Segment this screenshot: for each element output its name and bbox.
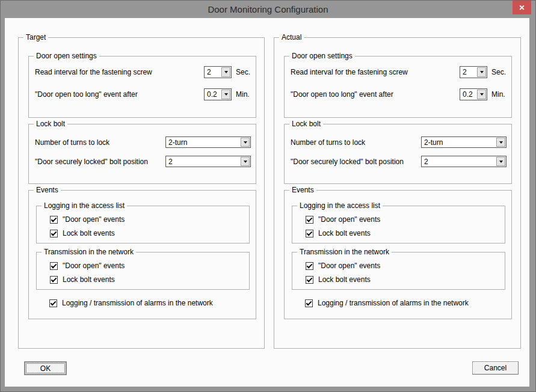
close-button[interactable]: ✕ <box>513 1 531 14</box>
actual-turns-to-lock-select[interactable]: 2-turn <box>421 136 507 148</box>
door-open-too-long-unit: Min. <box>491 90 505 99</box>
titlebar[interactable]: Door Monitoring Configuration <box>1 1 535 18</box>
door-open-too-long-value: 0.2 <box>460 90 476 99</box>
actual-logging-access-list-group: Logging in the access list "Door open" e… <box>292 206 505 243</box>
bolt-position-label: "Door securely locked" bolt position <box>35 158 148 166</box>
door-open-too-long-label: "Door open too long" event after <box>35 90 138 99</box>
chevron-down-glyph <box>224 93 228 96</box>
checkbox-label: Lock bolt events <box>63 229 115 237</box>
chevron-down-icon[interactable] <box>221 67 230 77</box>
actual-transmission-door-open-checkbox[interactable] <box>306 262 313 270</box>
dialog-body: Target Door open settings Read interval … <box>5 18 529 387</box>
door-open-too-long-value: 0.2 <box>205 90 221 99</box>
checkbox-row: Lock bolt events <box>50 229 115 237</box>
logging-access-list-label: Logging in the access list <box>297 201 383 210</box>
lock-bolt-label: Lock bolt <box>289 120 323 129</box>
dialog-window: Door Monitoring Configuration ✕ Target D… <box>0 0 536 392</box>
cancel-button-label: Cancel <box>484 364 507 372</box>
actual-read-interval-select[interactable]: 2 <box>460 66 487 78</box>
read-interval-unit: Sec. <box>236 68 250 76</box>
door-open-too-long-label: "Door open too long" event after <box>291 90 393 99</box>
target-transmission-lock-bolt-checkbox[interactable] <box>50 276 58 284</box>
target-group-label: Target <box>23 33 48 42</box>
turns-to-lock-value: 2-turn <box>166 138 240 147</box>
read-interval-value: 2 <box>460 68 476 76</box>
actual-logging-lock-bolt-checkbox[interactable] <box>306 230 313 237</box>
actual-bolt-position-select[interactable]: 2 <box>421 156 507 167</box>
checkbox-row: Lock bolt events <box>306 275 371 284</box>
chevron-down-icon[interactable] <box>477 90 486 99</box>
chevron-down-icon[interactable] <box>496 138 505 147</box>
actual-events-group: Events Logging in the access list "Door … <box>284 190 512 319</box>
target-transmission-door-open-checkbox[interactable] <box>50 262 58 270</box>
chevron-down-glyph <box>244 161 247 163</box>
chevron-down-glyph <box>244 141 247 144</box>
target-group: Target Door open settings Read interval … <box>18 37 265 349</box>
chevron-down-icon[interactable] <box>496 157 505 166</box>
target-bolt-position-select[interactable]: 2 <box>165 156 251 167</box>
door-open-settings-label: Door open settings <box>34 52 99 61</box>
chevron-down-icon[interactable] <box>241 157 250 166</box>
chevron-down-icon[interactable] <box>221 90 230 99</box>
chevron-down-icon[interactable] <box>477 67 486 77</box>
target-logging-access-list-group: Logging in the access list "Door open" e… <box>36 206 250 243</box>
events-label: Events <box>289 186 316 195</box>
ok-button[interactable]: OK <box>24 361 67 375</box>
events-label: Events <box>34 186 61 195</box>
checkbox-label: "Door open" events <box>318 262 380 270</box>
target-transmission-network-group: Transmission in the network "Door open" … <box>36 252 250 290</box>
actual-door-open-settings-group: Door open settings Read interval for the… <box>284 56 512 118</box>
door-open-settings-label: Door open settings <box>289 52 355 61</box>
target-events-group: Events Logging in the access list "Door … <box>28 190 256 319</box>
bolt-position-value: 2 <box>166 158 240 166</box>
read-interval-unit: Sec. <box>491 68 506 76</box>
turns-to-lock-label: Number of turns to lock <box>35 138 109 147</box>
chevron-down-glyph <box>480 71 484 73</box>
actual-transmission-lock-bolt-checkbox[interactable] <box>306 276 313 284</box>
actual-alarms-checkbox[interactable] <box>305 299 313 307</box>
actual-door-open-too-long-select[interactable]: 0.2 <box>460 88 487 100</box>
turns-to-lock-label: Number of turns to lock <box>291 138 365 147</box>
target-read-interval-select[interactable]: 2 <box>204 66 232 78</box>
transmission-network-label: Transmission in the network <box>42 248 136 257</box>
chevron-down-icon[interactable] <box>241 138 250 147</box>
target-turns-to-lock-select[interactable]: 2-turn <box>165 136 251 148</box>
bolt-position-value: 2 <box>422 158 496 166</box>
transmission-network-label: Transmission in the network <box>297 248 392 257</box>
logging-access-list-label: Logging in the access list <box>42 201 127 210</box>
target-door-open-too-long-select[interactable]: 0.2 <box>204 88 232 100</box>
checkbox-label: Logging / transmission of alarms in the … <box>318 299 469 307</box>
cancel-button[interactable]: Cancel <box>472 361 519 375</box>
actual-logging-door-open-checkbox[interactable] <box>306 216 313 224</box>
actual-lock-bolt-group: Lock bolt Number of turns to lock 2-turn… <box>284 124 512 184</box>
target-logging-door-open-checkbox[interactable] <box>50 216 58 224</box>
checkbox-row: Logging / transmission of alarms in the … <box>49 299 213 307</box>
checkbox-label: Lock bolt events <box>63 275 115 284</box>
actual-group: Actual Door open settings Read interval … <box>274 37 521 349</box>
checkbox-label: Lock bolt events <box>318 229 371 237</box>
actual-transmission-network-group: Transmission in the network "Door open" … <box>292 252 505 290</box>
checkbox-row: "Door open" events <box>306 262 380 270</box>
chevron-down-glyph <box>499 161 503 163</box>
target-logging-lock-bolt-checkbox[interactable] <box>50 230 58 237</box>
checkbox-row: "Door open" events <box>50 262 125 270</box>
checkbox-row: "Door open" events <box>306 215 380 224</box>
checkbox-label: Lock bolt events <box>318 275 371 284</box>
checkbox-row: Logging / transmission of alarms in the … <box>305 299 469 307</box>
bolt-position-label: "Door securely locked" bolt position <box>291 158 404 166</box>
checkbox-label: Logging / transmission of alarms in the … <box>62 299 213 307</box>
read-interval-label: Read interval for the fastening screw <box>291 68 408 76</box>
chevron-down-glyph <box>480 93 484 96</box>
close-icon: ✕ <box>519 4 525 12</box>
lock-bolt-label: Lock bolt <box>34 120 67 129</box>
read-interval-value: 2 <box>205 68 221 76</box>
checkbox-label: "Door open" events <box>63 215 125 224</box>
dialog-title: Door Monitoring Configuration <box>208 4 328 14</box>
checkbox-row: "Door open" events <box>50 215 125 224</box>
chevron-down-glyph <box>499 141 503 144</box>
target-door-open-settings-group: Door open settings Read interval for the… <box>28 56 256 118</box>
target-alarms-checkbox[interactable] <box>49 299 57 307</box>
checkbox-row: Lock bolt events <box>50 275 115 284</box>
target-lock-bolt-group: Lock bolt Number of turns to lock 2-turn… <box>28 124 256 184</box>
checkbox-label: "Door open" events <box>318 215 380 224</box>
